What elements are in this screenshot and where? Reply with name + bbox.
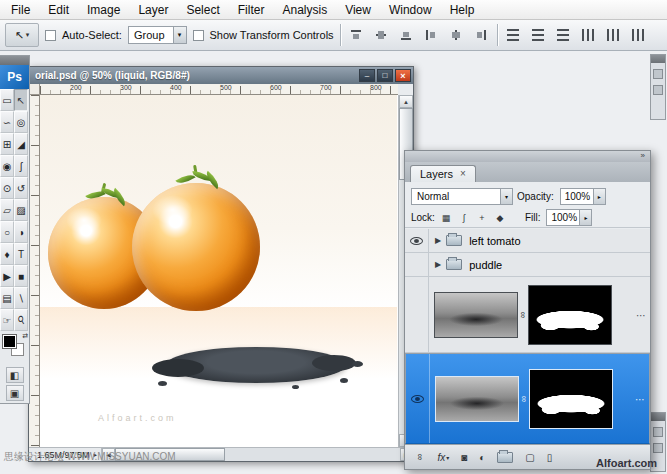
menu-analysis[interactable]: Analysis — [273, 0, 336, 20]
collapsed-panel-dock-top[interactable] — [650, 54, 666, 120]
group-expand-icon[interactable]: ▶ — [435, 236, 441, 245]
maximize-button[interactable]: □ — [377, 69, 393, 82]
layer-row-masked-selected[interactable]: ∞ ⋯ — [405, 353, 650, 444]
foreground-color-swatch[interactable] — [3, 335, 16, 348]
layer-thumbnail[interactable] — [435, 376, 519, 422]
slice-tool[interactable]: ◢ — [14, 133, 28, 155]
menu-view[interactable]: View — [336, 0, 380, 20]
opacity-slider-icon[interactable]: ▸ — [593, 189, 605, 204]
align-vertical-centers-button[interactable] — [372, 25, 391, 45]
new-group-button[interactable] — [497, 452, 513, 463]
menu-filter[interactable]: Filter — [229, 0, 274, 20]
notes-tool[interactable]: ▤ — [0, 287, 14, 309]
blend-mode-dropdown[interactable]: Normal ▾ — [411, 188, 513, 205]
vertical-ruler[interactable] — [29, 95, 40, 447]
collapsed-panel-icon[interactable] — [653, 85, 663, 95]
lock-position-icon[interactable]: + — [475, 211, 489, 225]
collapsed-panel-icon[interactable] — [653, 69, 663, 79]
distribute-vertical-centers-button[interactable] — [529, 25, 548, 45]
align-top-edges-button[interactable] — [347, 25, 366, 45]
collapsed-panel-icon[interactable] — [653, 443, 663, 453]
active-tool-button[interactable]: ↖ ▾ — [5, 23, 39, 47]
new-layer-button[interactable]: ▢ — [525, 452, 534, 463]
delete-layer-button[interactable]: ▯ — [547, 452, 553, 463]
lock-image-pixels-icon[interactable]: ʃ — [457, 211, 471, 225]
minimize-button[interactable]: – — [359, 69, 375, 82]
auto-select-scope-dropdown[interactable]: Group ▾ — [128, 26, 187, 44]
crop-tool[interactable]: ⊞ — [0, 133, 14, 155]
show-transform-controls-checkbox[interactable] — [193, 30, 204, 41]
layer-row-masked[interactable]: ∞ ⋯ — [405, 277, 650, 353]
path-selection-tool[interactable]: ▶ — [0, 265, 14, 287]
pen-tool[interactable]: ♦ — [0, 243, 14, 265]
add-layer-style-button[interactable]: fx▾ — [437, 452, 449, 463]
clone-stamp-tool[interactable]: ⊙ — [0, 177, 14, 199]
visibility-toggle[interactable] — [405, 229, 429, 252]
fill-slider-icon[interactable]: ▸ — [579, 210, 591, 225]
rectangular-marquee-tool[interactable]: ▭ — [0, 89, 14, 111]
distribute-horizontal-centers-button[interactable] — [604, 25, 623, 45]
layer-thumbnail[interactable] — [434, 292, 518, 338]
menu-layer[interactable]: Layer — [129, 0, 177, 20]
menu-image[interactable]: Image — [78, 0, 129, 20]
auto-select-checkbox[interactable] — [45, 30, 56, 41]
layer-row-left-tomato[interactable]: ▶ left tomato — [405, 229, 650, 253]
opacity-field[interactable]: 100% ▸ — [560, 188, 606, 205]
new-adjustment-layer-button[interactable]: ◐ — [479, 452, 485, 463]
dock-grip[interactable] — [651, 55, 665, 63]
mask-link-icon[interactable]: ∞ — [518, 311, 528, 317]
hand-tool[interactable]: ☞ — [0, 309, 14, 331]
distribute-left-edges-button[interactable] — [579, 25, 598, 45]
collapsed-panel-icon[interactable] — [653, 427, 663, 437]
layer-mask-thumbnail[interactable] — [529, 369, 613, 429]
menu-file[interactable]: File — [2, 0, 39, 20]
scroll-up-icon[interactable]: ▲ — [399, 95, 413, 108]
screen-mode-button[interactable]: ▣ — [6, 385, 24, 401]
close-button[interactable]: × — [395, 69, 411, 82]
blur-tool[interactable]: ○ — [0, 221, 14, 243]
layer-row-puddle[interactable]: ▶ puddle — [405, 253, 650, 277]
menu-edit[interactable]: Edit — [39, 0, 78, 20]
mask-link-icon[interactable]: ∞ — [519, 395, 529, 401]
layer-mask-thumbnail[interactable] — [528, 285, 612, 345]
horizontal-ruler[interactable]: 200 300 400 500 600 700 800 — [40, 84, 398, 95]
type-tool[interactable]: T — [14, 243, 28, 265]
visibility-toggle[interactable] — [406, 354, 430, 443]
dodge-tool[interactable]: ◑ — [14, 221, 28, 243]
distribute-right-edges-button[interactable] — [629, 25, 648, 45]
tab-close-icon[interactable]: × — [460, 168, 466, 179]
menu-window[interactable]: Window — [380, 0, 441, 20]
lock-transparent-pixels-icon[interactable]: ▦ — [439, 211, 453, 225]
shape-tool[interactable]: ■ — [14, 265, 28, 287]
swap-colors-icon[interactable]: ⇄ — [22, 332, 28, 340]
distribute-bottom-edges-button[interactable] — [554, 25, 573, 45]
lock-all-icon[interactable]: ◆ — [493, 211, 507, 225]
fill-field[interactable]: 100% ▸ — [546, 209, 592, 226]
visibility-toggle[interactable] — [405, 253, 429, 276]
canvas[interactable]: Alfoart.com — [40, 95, 398, 447]
collapse-arrows-icon[interactable]: » — [641, 151, 645, 160]
layer-name[interactable]: left tomato — [469, 235, 520, 247]
menu-select[interactable]: Select — [177, 0, 228, 20]
align-left-edges-button[interactable] — [422, 25, 441, 45]
eraser-tool[interactable]: ▱ — [0, 199, 14, 221]
lasso-tool[interactable]: ∽ — [0, 111, 14, 133]
layer-name[interactable]: puddle — [469, 259, 502, 271]
visibility-toggle[interactable] — [405, 277, 429, 352]
align-horizontal-centers-button[interactable] — [447, 25, 466, 45]
add-layer-mask-button[interactable]: ◙ — [461, 452, 467, 463]
distribute-top-edges-button[interactable] — [504, 25, 523, 45]
menu-help[interactable]: Help — [441, 0, 484, 20]
link-layers-button[interactable]: ∞ — [415, 452, 425, 462]
dock-grip[interactable] — [651, 413, 665, 421]
tab-layers[interactable]: Layers × — [410, 165, 476, 182]
gradient-tool[interactable]: ▨ — [14, 199, 28, 221]
history-brush-tool[interactable]: ↺ — [14, 177, 28, 199]
move-tool[interactable]: ↖ — [14, 89, 28, 111]
toolbox-collapse-bar[interactable] — [0, 56, 29, 65]
eyedropper-tool[interactable]: ∖ — [14, 287, 28, 309]
quick-selection-tool[interactable]: ◎ — [14, 111, 28, 133]
group-expand-icon[interactable]: ▶ — [435, 260, 441, 269]
zoom-tool[interactable]: ⚲ — [14, 309, 28, 331]
brush-tool[interactable]: ʃ — [14, 155, 28, 177]
